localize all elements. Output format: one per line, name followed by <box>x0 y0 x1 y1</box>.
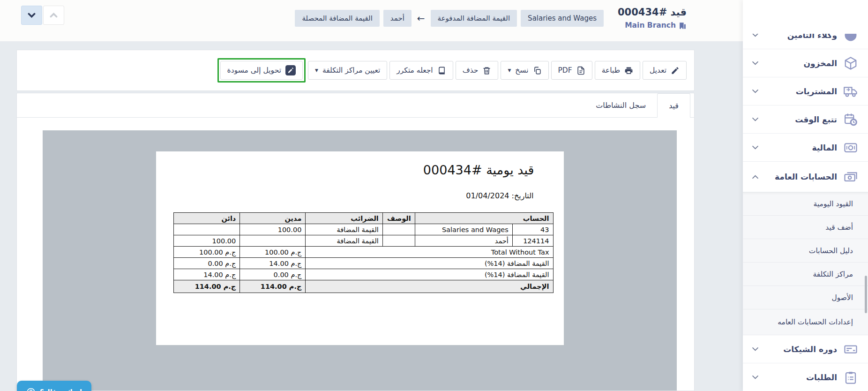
button-label: تعديل <box>650 66 666 75</box>
sidebar-item-label: دوره الشيكات <box>783 345 837 354</box>
toolbar-button[interactable]: نسخ▼ <box>501 61 548 80</box>
date-label: التاريخ: <box>512 191 534 200</box>
total-label: الإجمالي <box>306 280 553 293</box>
sidebar-item[interactable]: دوره الشيكات <box>743 335 868 363</box>
cell-tax: القيمة المضافة <box>306 235 382 247</box>
sidebar-submenu: القيود اليوميةأضف قيددليل الحساباتمراكز … <box>743 192 868 335</box>
cell-debit: 100.00 <box>240 224 306 235</box>
document-date: التاريخ: 01/04/2024 <box>156 177 564 200</box>
help-label: لديك سؤال؟ <box>40 388 82 391</box>
toolbar: تعديلطباعةPDFنسخ▼حذفاجعله متكررتعيين مرا… <box>16 50 695 91</box>
pencil-icon <box>671 66 680 75</box>
tabs: قيدسجل النشاطات <box>17 93 694 118</box>
chevron-down-icon <box>752 145 758 150</box>
sidebar-subitem[interactable]: مراكز التكلفة <box>743 263 868 286</box>
total-label: Total Without Tax <box>306 247 553 258</box>
cell-credit: 100.00 <box>173 235 240 247</box>
caret-down-icon: ▼ <box>508 68 511 73</box>
help-button[interactable]: لديك سؤال؟ <box>17 381 91 391</box>
toolbar-button[interactable]: طباعة <box>595 61 640 80</box>
copy-icon <box>533 66 542 75</box>
building-icon <box>679 22 687 30</box>
sidebar-item-label: المخزون <box>803 59 837 68</box>
column-header-description: الوصف <box>382 213 415 224</box>
sidebar-item[interactable]: وكلاء التأمين <box>743 34 868 49</box>
sidebar-subitem[interactable]: أضف قيد <box>743 216 868 239</box>
sidebar-subitem[interactable]: الأصول <box>743 286 868 309</box>
sidebar-subitem[interactable]: إعدادات الحسابات العامه <box>743 309 868 335</box>
cell-description <box>382 224 415 235</box>
caret-down-icon: ▼ <box>315 68 318 73</box>
branch-label: Main Branch <box>625 21 676 30</box>
sidebar-clipped-item: وكلاء التأمين <box>743 34 868 49</box>
document-title: قيد يومية #000434 <box>156 151 564 177</box>
table-total-row: Total Without Tax100.00 ج.م100.00 ج.م <box>173 247 553 258</box>
total-label: القيمة المضافة (14%) <box>306 269 553 280</box>
toolbar-button[interactable]: PDF <box>551 61 592 80</box>
cell-debit <box>240 235 306 247</box>
sidebar-item[interactable]: المخزون <box>743 49 868 77</box>
total-credit: 0.00 ج.م <box>173 258 240 269</box>
document-icon <box>576 66 585 75</box>
sidebar-item[interactable]: تتبع الوقت <box>743 105 868 134</box>
journal-entry-paper: قيد يومية #000434 التاريخ: 01/04/2024 ال… <box>156 151 564 345</box>
toolbar-button[interactable]: تعيين مراكز التكلفة▼ <box>308 61 387 80</box>
page-title: قيد #000434 <box>618 7 687 18</box>
total-debit: 14.00 ج.م <box>240 258 306 269</box>
table-row: 43Salaries and Wagesالقيمة المضافة100.00 <box>173 224 553 235</box>
scrollbar-thumb[interactable] <box>865 276 867 313</box>
pencil-badge-icon <box>285 65 296 75</box>
header-tag: القيمة المضافة المحصلة <box>295 10 379 27</box>
total-debit: 0.00 ج.م <box>240 269 306 280</box>
sidebar-subitem[interactable]: دليل الحسابات <box>743 239 868 263</box>
toolbar-button[interactable]: تحويل إلى مسودة <box>220 61 303 80</box>
sidebar-item-label: تتبع الوقت <box>795 115 837 124</box>
branch: Main Branch <box>625 21 687 30</box>
flow-arrow-icon: ← <box>415 13 427 24</box>
cell-account-name: Salaries and Wages <box>415 224 512 235</box>
record-nav <box>21 6 64 25</box>
table-header-row: الحسابالوصفالضرائبمديندائن <box>173 213 553 224</box>
header-tag: أحمد <box>383 10 412 27</box>
cell-description <box>382 235 415 247</box>
sidebar-item[interactable]: المشتريات <box>743 77 868 105</box>
sidebar-item-label: الحسابات العامة <box>775 172 837 181</box>
avatar-circle-icon <box>844 34 858 42</box>
cell-account-name: أحمد <box>415 235 512 247</box>
previous-record-button[interactable] <box>43 6 64 25</box>
total-credit: 114.00 ج.م <box>173 280 240 293</box>
total-credit: 100.00 ج.م <box>173 247 240 258</box>
tab[interactable]: قيد <box>657 93 690 118</box>
sidebar-item[interactable]: الطلبات <box>743 363 868 391</box>
title-block: قيد #000434 Main Branch <box>618 7 687 30</box>
chevron-down-icon <box>752 61 758 65</box>
next-record-button[interactable] <box>21 6 42 25</box>
entry-table: الحسابالوصفالضرائبمديندائن43Salaries and… <box>173 212 554 293</box>
sidebar: وكلاء التأمينالمخزونالمشترياتتتبع الوقتا… <box>743 0 868 391</box>
total-debit: 114.00 ج.م <box>240 280 306 293</box>
sidebar-item[interactable]: المالية <box>743 134 868 162</box>
chevron-down-icon <box>752 347 758 351</box>
cell-account-number: 124114 <box>512 235 553 247</box>
topbar: قيد #000434 Main Branch Salaries and Wag… <box>0 0 743 41</box>
toolbar-button[interactable]: حذف <box>456 61 499 80</box>
sidebar-item[interactable]: الحسابات العامة <box>743 162 868 192</box>
button-label: تعيين مراكز التكلفة <box>322 66 380 75</box>
tab[interactable]: سجل النشاطات <box>584 93 657 117</box>
toolbar-button[interactable]: اجعله متكرر <box>389 61 453 80</box>
table-total-row: القيمة المضافة (14%)14.00 ج.م0.00 ج.م <box>173 258 553 269</box>
app: وكلاء التأمينالمخزونالمشترياتتتبع الوقتا… <box>0 0 868 391</box>
column-header-credit: دائن <box>173 213 240 224</box>
column-header-taxes: الضرائب <box>306 213 382 224</box>
button-label: تحويل إلى مسودة <box>227 66 281 75</box>
chevron-down-icon <box>752 89 758 93</box>
box-icon <box>844 56 858 70</box>
sidebar-item-label: المشتريات <box>796 87 837 96</box>
sidebar-item-label: الطلبات <box>806 373 837 382</box>
document-viewer: قيد يومية #000434 التاريخ: 01/04/2024 ال… <box>43 130 677 391</box>
toolbar-button[interactable]: تعديل <box>643 61 687 80</box>
total-debit: 100.00 ج.م <box>240 247 306 258</box>
cell-account-number: 43 <box>512 224 553 235</box>
cash-box-icon <box>844 141 858 155</box>
sidebar-subitem[interactable]: القيود اليومية <box>743 192 868 216</box>
